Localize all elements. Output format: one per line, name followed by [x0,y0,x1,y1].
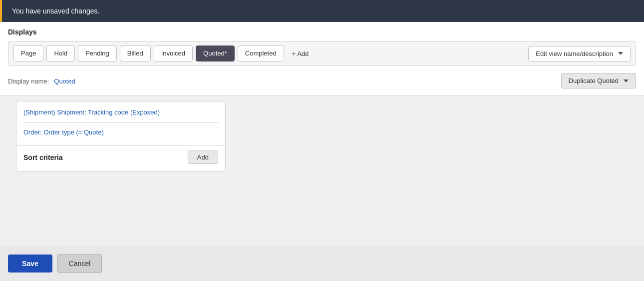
sort-criteria-label: Sort criteria [23,154,63,162]
unsaved-banner: You have unsaved changes. [0,0,644,22]
display-name-left: Display name: Quoted [8,77,75,85]
add-sort-button[interactable]: Add [188,150,218,164]
display-name-row: Display name: Quoted Duplicate Quoted [0,66,644,96]
duplicate-label: Duplicate Quoted [569,77,619,84]
action-bar: Save Cancel [0,246,644,281]
save-button[interactable]: Save [8,254,52,272]
edit-view-button[interactable]: Edit view name/description [528,46,631,62]
edit-view-label: Edit view name/description [536,50,613,58]
box-divider [23,122,218,122]
display-name-value[interactable]: Quoted [54,78,75,85]
unsaved-message: You have unsaved changes. [12,7,99,15]
sort-criteria-row: Sort criteria Add [16,146,225,171]
tabs-container: Page Hold Pending Billed Invoiced Quoted… [8,41,636,66]
content-box-inner: (Shipment) Shipment: Tracking code (Expo… [16,102,225,145]
tab-page[interactable]: Page [13,46,43,62]
display-name-label: Display name: [8,78,49,85]
tab-invoiced[interactable]: Invoiced [154,46,193,62]
tabs-left: Page Hold Pending Billed Invoiced Quoted… [13,46,314,62]
add-tab-button[interactable]: + Add [287,47,314,60]
tab-pending[interactable]: Pending [78,46,117,62]
tab-hold[interactable]: Hold [46,46,75,62]
chevron-down-icon [618,52,623,55]
content-box: (Shipment) Shipment: Tracking code (Expo… [16,101,226,172]
tab-billed[interactable]: Billed [120,46,151,62]
order-type-link[interactable]: Order: Order type (= Quote) [23,126,218,138]
cancel-button[interactable]: Cancel [57,254,102,273]
displays-section: Displays Page Hold Pending Billed Invoic… [0,22,644,66]
tab-completed[interactable]: Completed [238,46,284,62]
tab-quoted[interactable]: Quoted* [196,46,235,62]
chevron-down-icon [624,80,629,82]
shipment-tracking-link[interactable]: (Shipment) Shipment: Tracking code (Expo… [23,106,218,118]
displays-title: Displays [8,28,636,36]
duplicate-button[interactable]: Duplicate Quoted [561,73,636,88]
